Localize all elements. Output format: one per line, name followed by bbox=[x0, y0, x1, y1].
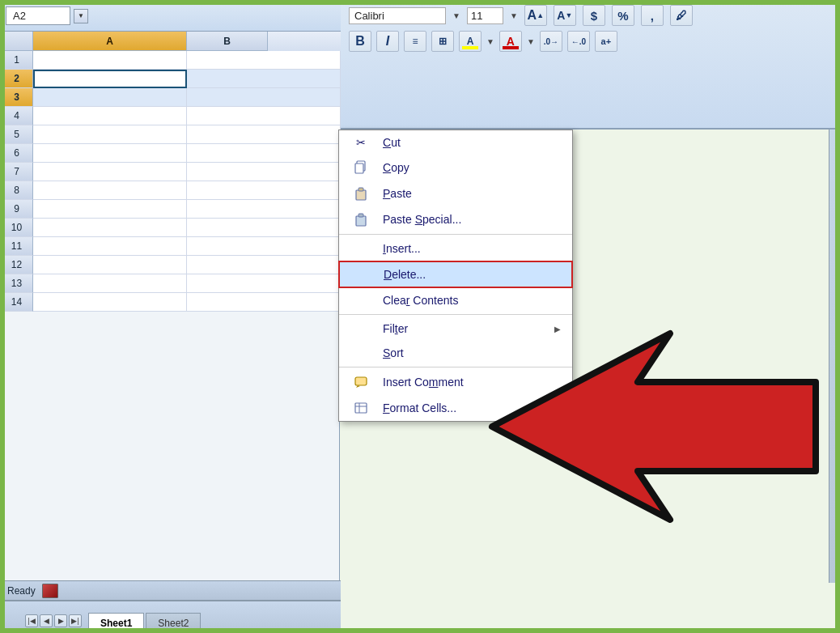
format-cells-icon bbox=[350, 401, 371, 415]
cut-label: Cut bbox=[383, 136, 561, 149]
cell-b4[interactable] bbox=[187, 107, 341, 125]
cell-b14[interactable] bbox=[187, 293, 341, 312]
cell-b8[interactable] bbox=[187, 181, 341, 200]
align-button[interactable]: ≡ bbox=[404, 31, 426, 52]
highlight-arrow-icon[interactable]: ▼ bbox=[486, 37, 494, 46]
right-scrollbar[interactable] bbox=[829, 130, 840, 583]
filter-label: Filter bbox=[383, 322, 543, 335]
decrease-decimal-button[interactable]: ←.0 bbox=[567, 31, 590, 52]
cell-b2[interactable] bbox=[187, 70, 341, 88]
conditional-format-button[interactable]: a+ bbox=[595, 31, 617, 52]
increase-decimal-button[interactable]: .0→ bbox=[540, 31, 562, 52]
font-shrink-button[interactable]: A▼ bbox=[554, 5, 576, 26]
cell-b13[interactable] bbox=[187, 274, 341, 293]
cell-a12[interactable] bbox=[33, 256, 187, 274]
svg-rect-2 bbox=[356, 190, 366, 200]
table-row: 5 bbox=[1, 125, 341, 144]
row-number-5: 5 bbox=[1, 125, 33, 144]
menu-item-format-cells[interactable]: Format Cells... bbox=[339, 395, 572, 421]
column-header-a[interactable]: A bbox=[33, 32, 187, 51]
row-number-4: 4 bbox=[1, 107, 33, 125]
svg-rect-3 bbox=[358, 188, 363, 191]
cell-b6[interactable] bbox=[187, 144, 341, 163]
table-row: 9 bbox=[1, 200, 341, 219]
menu-item-insert-comment[interactable]: Insert Comment bbox=[339, 369, 572, 395]
cell-a6[interactable] bbox=[33, 144, 187, 163]
borders-button[interactable]: ⊞ bbox=[431, 31, 454, 52]
row-number-2: 2 bbox=[1, 70, 33, 88]
font-size-arrow-icon[interactable]: ▼ bbox=[510, 11, 518, 20]
svg-rect-8 bbox=[355, 403, 367, 413]
sheet-tab-sheet1[interactable]: Sheet1 bbox=[88, 613, 144, 632]
insert-label: Insert... bbox=[383, 242, 561, 255]
separator-3 bbox=[339, 367, 572, 367]
row-number-6: 6 bbox=[1, 144, 33, 163]
cell-b3[interactable] bbox=[187, 88, 341, 107]
svg-rect-6 bbox=[355, 377, 367, 385]
menu-item-delete[interactable]: Delete... bbox=[338, 261, 573, 288]
table-row: 8 bbox=[1, 181, 341, 200]
menu-item-clear[interactable]: Clear Contents bbox=[339, 288, 572, 312]
cell-a11[interactable] bbox=[33, 237, 187, 256]
row-number-14: 14 bbox=[1, 293, 33, 312]
cell-b12[interactable] bbox=[187, 256, 341, 274]
ready-label: Ready bbox=[7, 585, 36, 597]
row-number-12: 12 bbox=[1, 256, 33, 274]
table-row: 3 bbox=[1, 88, 341, 107]
cell-name-box[interactable]: A2 bbox=[6, 6, 70, 25]
sheet-nav-next[interactable]: ▶ bbox=[54, 614, 67, 627]
delete-label: Delete... bbox=[384, 268, 560, 281]
sheet-nav-first[interactable]: |◀ bbox=[25, 614, 38, 627]
highlight-button[interactable]: A bbox=[459, 31, 482, 52]
italic-button[interactable]: I bbox=[376, 31, 399, 52]
cell-a9[interactable] bbox=[33, 200, 187, 219]
bold-button[interactable]: B bbox=[349, 31, 371, 52]
mini-toolbar: Calibri ▼ 11 ▼ A▲ A▼ $ % , 🖊 B I ≡ ⊞ A ▼… bbox=[340, 0, 840, 130]
font-name-arrow-icon[interactable]: ▼ bbox=[452, 11, 460, 20]
cell-a1[interactable] bbox=[33, 51, 187, 70]
cell-b5[interactable] bbox=[187, 125, 341, 144]
menu-item-cut[interactable]: ✂ Cut bbox=[339, 130, 572, 155]
currency-button[interactable]: $ bbox=[583, 5, 605, 26]
menu-item-paste[interactable]: Paste bbox=[339, 181, 572, 206]
menu-item-paste-special[interactable]: Paste Special... bbox=[339, 206, 572, 232]
comma-button[interactable]: , bbox=[641, 5, 664, 26]
row-number-9: 9 bbox=[1, 200, 33, 219]
cell-a8[interactable] bbox=[33, 181, 187, 200]
table-row: 10 bbox=[1, 219, 341, 237]
cell-a7[interactable] bbox=[33, 163, 187, 181]
name-box-dropdown[interactable]: ▼ bbox=[74, 9, 88, 23]
menu-item-sort[interactable]: Sort bbox=[339, 341, 572, 365]
font-name-dropdown[interactable]: Calibri bbox=[349, 7, 446, 24]
separator-1 bbox=[339, 234, 572, 235]
cell-b1[interactable] bbox=[187, 51, 341, 70]
clear-format-button[interactable]: 🖊 bbox=[670, 5, 693, 26]
font-grow-button[interactable]: A▲ bbox=[524, 5, 547, 26]
cell-a4[interactable] bbox=[33, 107, 187, 125]
cell-a10[interactable] bbox=[33, 219, 187, 237]
cell-b9[interactable] bbox=[187, 200, 341, 219]
cell-b11[interactable] bbox=[187, 237, 341, 256]
menu-item-copy[interactable]: Copy bbox=[339, 155, 572, 181]
cell-a14[interactable] bbox=[33, 293, 187, 312]
excel-window: A2 ▼ A B 1 2 3 4 bbox=[0, 0, 340, 633]
column-header-b[interactable]: B bbox=[187, 32, 268, 51]
sheet-tab-sheet2[interactable]: Sheet2 bbox=[146, 613, 201, 632]
cell-a3[interactable] bbox=[33, 88, 187, 107]
cell-a13[interactable] bbox=[33, 274, 187, 293]
font-size-dropdown[interactable]: 11 bbox=[467, 7, 503, 24]
font-color-button[interactable]: A bbox=[499, 31, 522, 52]
cell-a2[interactable] bbox=[33, 70, 187, 88]
sheet-nav-prev[interactable]: ◀ bbox=[40, 614, 53, 627]
menu-item-insert[interactable]: Insert... bbox=[339, 236, 572, 261]
sheet-nav-last[interactable]: ▶| bbox=[69, 614, 82, 627]
cell-a5[interactable] bbox=[33, 125, 187, 144]
menu-item-filter[interactable]: Filter ▶ bbox=[339, 316, 572, 341]
percent-button[interactable]: % bbox=[612, 5, 634, 26]
sheet-nav: |◀ ◀ ▶ ▶| bbox=[25, 614, 82, 627]
font-color-arrow-icon[interactable]: ▼ bbox=[527, 37, 535, 46]
cell-b10[interactable] bbox=[187, 219, 341, 237]
row-number-7: 7 bbox=[1, 163, 33, 181]
clear-label: Clear Contents bbox=[383, 294, 561, 307]
cell-b7[interactable] bbox=[187, 163, 341, 181]
